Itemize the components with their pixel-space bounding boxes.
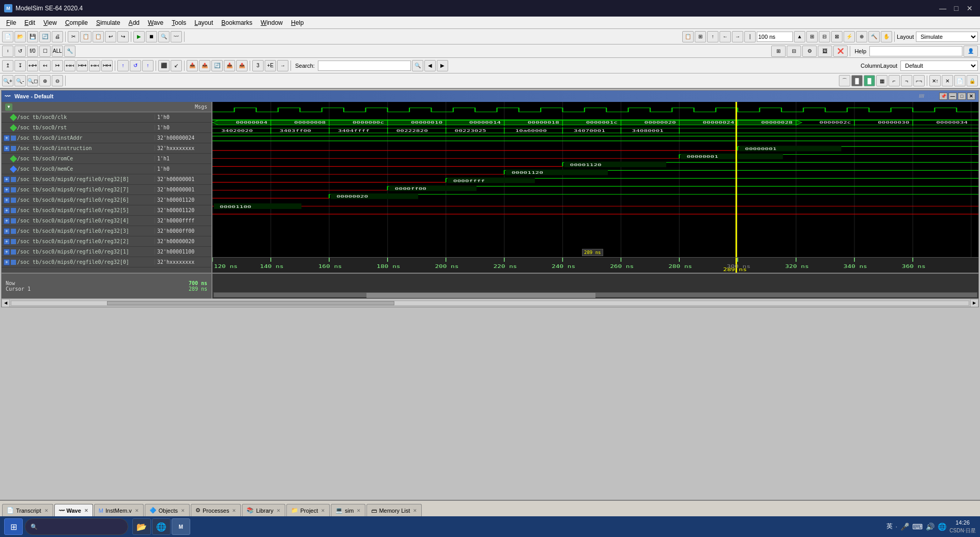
signal-expand-icon-12[interactable]: + xyxy=(4,238,10,245)
search-input[interactable] xyxy=(318,61,411,71)
wave-cursor1[interactable]: ✕↑ xyxy=(929,75,941,86)
zoom-full[interactable]: 🔍◻ xyxy=(27,75,38,86)
tab-instmem-close[interactable]: ✕ xyxy=(135,508,139,513)
wave-shape4[interactable]: ▦ xyxy=(876,75,887,86)
signal-row-4[interactable]: /soc_tb/soc0/romCe 1'h1 xyxy=(2,154,211,164)
tab-project-close[interactable]: ✕ xyxy=(321,508,325,513)
taskbar-app-3[interactable]: M xyxy=(172,518,190,535)
signal-expand-icon-9[interactable]: + xyxy=(4,207,10,214)
tb3-21[interactable]: +E xyxy=(265,60,276,71)
menu-bookmarks[interactable]: Bookmarks xyxy=(217,18,256,27)
tb3-5[interactable]: ↦ xyxy=(52,60,63,71)
tb2-6[interactable]: 🔧 xyxy=(64,46,75,57)
signal-expand-icon-8[interactable]: + xyxy=(4,197,10,203)
tb-up[interactable]: ↑ xyxy=(707,31,718,42)
menu-window[interactable]: Window xyxy=(256,18,287,27)
h-scrollbar-thumb[interactable] xyxy=(366,293,595,298)
tray-mic-icon[interactable]: 🎤 xyxy=(900,523,909,531)
tb-save[interactable]: 💾 xyxy=(27,31,38,42)
signal-expand-icon-6[interactable]: + xyxy=(4,176,10,183)
wave-file[interactable]: 📄 xyxy=(954,75,966,86)
wave-pin-btn[interactable]: 📌 xyxy=(939,93,947,100)
tb-right1[interactable]: 📋 xyxy=(682,31,694,42)
tb2-r2[interactable]: ⊟ xyxy=(787,46,801,57)
tray-keyboard-icon[interactable]: ⌨ xyxy=(912,523,923,531)
layout-select[interactable]: Simulate Default xyxy=(916,32,978,42)
tab-library[interactable]: 📚 Library ✕ xyxy=(242,504,285,516)
tb-copy[interactable]: 📋 xyxy=(80,31,91,42)
wave-resize-handle[interactable]: //// xyxy=(906,94,937,99)
menu-view[interactable]: View xyxy=(39,18,61,27)
tab-processes[interactable]: ⚙ Processes ✕ xyxy=(191,504,241,516)
close-button[interactable]: ✕ xyxy=(963,3,976,13)
tb3-11[interactable]: ↺ xyxy=(130,60,141,71)
tb-snap7[interactable]: ✋ xyxy=(881,31,892,42)
signal-row-3[interactable]: + /soc_tb/soc0/instruction 32'hxxxxxxxx xyxy=(2,143,211,154)
signal-expand-icon-14[interactable]: + xyxy=(4,259,10,265)
maximize-button[interactable]: □ xyxy=(950,3,962,13)
signal-expand-icon-2[interactable]: + xyxy=(4,135,10,141)
signal-row-6[interactable]: + /soc_tb/soc0/mips0/regfile0/reg32[8] 3… xyxy=(2,174,211,185)
tb3-9[interactable]: ↦↦ xyxy=(101,60,113,71)
tb3-22[interactable]: → xyxy=(277,60,288,71)
tb2-3[interactable]: f/0 xyxy=(27,46,38,57)
menu-file[interactable]: File xyxy=(2,18,20,27)
menu-wave[interactable]: Wave xyxy=(144,18,167,27)
tb2-1[interactable]: I xyxy=(2,46,13,57)
tb2-r3[interactable]: ⚙ xyxy=(802,46,817,57)
zoom-out[interactable]: 🔍- xyxy=(14,75,26,86)
signal-expand-icon-13[interactable]: + xyxy=(4,249,10,255)
wave-shape2[interactable]: █ xyxy=(851,75,863,86)
tb-snap1[interactable]: ⊞ xyxy=(806,31,818,42)
tb3-14[interactable]: ↙ xyxy=(171,60,182,71)
tb3-search-btn1[interactable]: 🔍 xyxy=(412,60,423,71)
tb-run[interactable]: ▶ xyxy=(133,31,145,42)
tb3-search-btn2[interactable]: ◀ xyxy=(424,60,436,71)
tb-snap5[interactable]: ⊕ xyxy=(856,31,867,42)
signal-expand-icon-3[interactable]: + xyxy=(4,145,10,152)
search-taskbar[interactable]: 🔍 xyxy=(25,518,128,535)
tb3-16[interactable]: 📤 xyxy=(199,60,210,71)
tb-new[interactable]: 📄 xyxy=(2,31,13,42)
scroll-track[interactable] xyxy=(11,301,969,306)
tb3-20[interactable]: 3 xyxy=(252,60,264,71)
tb3-2[interactable]: ↧ xyxy=(14,60,26,71)
tb-cut[interactable]: ✂ xyxy=(68,31,79,42)
tb2-r1[interactable]: ⊞ xyxy=(771,46,786,57)
signal-expand-icon-7[interactable]: + xyxy=(4,187,10,193)
tb2-5[interactable]: ALL xyxy=(52,46,63,57)
tb3-8[interactable]: ↤↤ xyxy=(89,60,100,71)
tab-project[interactable]: 📁 Project ✕ xyxy=(286,504,330,516)
tb3-4[interactable]: ↤ xyxy=(39,60,51,71)
tb3-1[interactable]: ↥ xyxy=(2,60,13,71)
tb-snap2[interactable]: ⊟ xyxy=(819,31,830,42)
tab-memory-list[interactable]: 🗃 Memory List ✕ xyxy=(366,504,422,516)
tab-wave[interactable]: 〰 Wave ✕ xyxy=(54,504,93,516)
menu-simulate[interactable]: Simulate xyxy=(92,18,125,27)
menu-tools[interactable]: Tools xyxy=(167,18,190,27)
tb3-3[interactable]: ↤↦ xyxy=(27,60,38,71)
zoom-in2[interactable]: ⊕ xyxy=(39,75,51,86)
signal-expand-icon-10[interactable]: + xyxy=(4,218,10,224)
tb-print[interactable]: 🖨 xyxy=(52,31,63,42)
tb-snap4[interactable]: ⚡ xyxy=(844,31,855,42)
tb-snap3[interactable]: ⊠ xyxy=(831,31,843,42)
wave-shape6[interactable]: ¬ xyxy=(901,75,912,86)
signal-row-1[interactable]: /soc_tb/soc0/rst 1'h0 xyxy=(2,123,211,133)
tb3-15[interactable]: 📥 xyxy=(187,60,198,71)
tab-processes-close[interactable]: ✕ xyxy=(232,508,236,513)
tab-transcript[interactable]: 📄 Transcript ✕ xyxy=(2,504,53,516)
tb3-18[interactable]: 📥 xyxy=(224,60,235,71)
signal-row-9[interactable]: + /soc_tb/soc0/mips0/regfile0/reg32[5] 3… xyxy=(2,205,211,216)
wave-max-btn[interactable]: □ xyxy=(958,93,966,100)
waveform-scrollbar[interactable] xyxy=(212,274,978,299)
tb-wave[interactable]: 〰 xyxy=(171,31,182,42)
tab-sim[interactable]: 💻 sim ✕ xyxy=(331,504,365,516)
signal-row-10[interactable]: + /soc_tb/soc0/mips0/regfile0/reg32[4] 3… xyxy=(2,216,211,226)
tb-right2[interactable]: ⊞ xyxy=(695,31,706,42)
wave-cursor2[interactable]: ✕ xyxy=(942,75,953,86)
menu-layout[interactable]: Layout xyxy=(190,18,217,27)
start-button[interactable]: ⊞ xyxy=(4,518,23,535)
wave-shape7[interactable]: ⌐¬ xyxy=(913,75,925,86)
wave-min-btn[interactable]: — xyxy=(948,93,957,100)
